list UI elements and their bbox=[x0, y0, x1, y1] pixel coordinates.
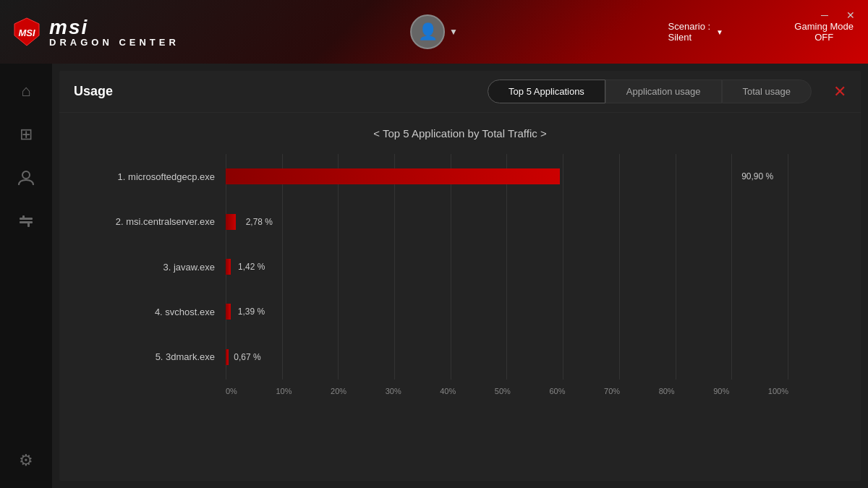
gaming-mode-area[interactable]: Gaming Mode OFF bbox=[794, 21, 854, 43]
bar-row: 5. 3dmark.exe 0,67 % bbox=[81, 349, 839, 365]
tab-total-usage[interactable]: Total usage bbox=[722, 80, 812, 103]
x-axis-label: 40% bbox=[440, 387, 456, 395]
x-axis-label: 70% bbox=[604, 387, 620, 395]
svg-rect-4 bbox=[20, 221, 33, 223]
bar-fill bbox=[226, 259, 231, 275]
logo-msi-text: msi bbox=[49, 17, 179, 38]
bar-label: 5. 3dmark.exe bbox=[81, 351, 226, 362]
x-axis-label: 90% bbox=[713, 387, 729, 395]
msi-shield-icon: MSI bbox=[12, 17, 42, 47]
title-bar: ─ ✕ MSI msi DRAGON CENTER 👤 ▼ Scenario :… bbox=[0, 0, 868, 64]
user-icon bbox=[17, 168, 35, 187]
bar-row: 2. msi.centralserver.exe 2,78 % bbox=[81, 214, 839, 230]
main-layout: ⌂ ⊞ ⚙ Usage Top 5 Applicatio bbox=[0, 64, 868, 488]
tab-top5[interactable]: Top 5 Applications bbox=[488, 80, 605, 103]
bar-row: 3. javaw.exe 1,42 % bbox=[81, 259, 839, 275]
logo-dragon-text: DRAGON CENTER bbox=[49, 38, 179, 47]
sidebar-item-tools[interactable] bbox=[0, 201, 52, 241]
bar-fill bbox=[226, 349, 229, 365]
svg-rect-3 bbox=[20, 218, 33, 220]
tab-app-usage[interactable]: Application usage bbox=[605, 80, 722, 103]
bar-fill bbox=[226, 304, 231, 320]
content-area: Usage Top 5 Applications Application usa… bbox=[52, 64, 868, 488]
x-axis-label: 20% bbox=[331, 387, 346, 395]
bar-value: 1,39 % bbox=[238, 307, 265, 317]
bar-value: 90,90 % bbox=[741, 171, 773, 181]
bar-value: 2,78 % bbox=[246, 217, 273, 227]
panel-title: Usage bbox=[74, 84, 113, 99]
bar-row: 1. microsoftedgecp.exe 90,90 % bbox=[81, 168, 839, 184]
user-chevron-icon: ▼ bbox=[449, 27, 458, 37]
svg-text:MSI: MSI bbox=[18, 27, 35, 38]
logo-area: MSI msi DRAGON CENTER bbox=[12, 17, 179, 47]
usage-panel: Usage Top 5 Applications Application usa… bbox=[59, 71, 861, 481]
chart-body: 1. microsoftedgecp.exe 90,90 % 2. msi.ce… bbox=[81, 154, 839, 466]
bar-fill bbox=[226, 168, 560, 184]
bar-label: 3. javaw.exe bbox=[81, 262, 226, 273]
sidebar-item-user[interactable] bbox=[0, 158, 52, 198]
chart-container: < Top 5 Application by Total Traffic > 1… bbox=[59, 113, 861, 481]
sidebar-item-home[interactable]: ⌂ bbox=[0, 71, 52, 111]
scenario-value: Silent bbox=[668, 32, 711, 43]
logo-text: msi DRAGON CENTER bbox=[49, 17, 179, 47]
svg-rect-5 bbox=[22, 215, 25, 220]
sidebar: ⌂ ⊞ ⚙ bbox=[0, 64, 52, 488]
bar-value: 1,42 % bbox=[238, 262, 265, 272]
panel-header: Usage Top 5 Applications Application usa… bbox=[59, 71, 861, 113]
bar-row: 4. svchost.exe 1,39 % bbox=[81, 304, 839, 320]
scenario-area[interactable]: Scenario : Silent ▼ bbox=[668, 21, 723, 43]
user-area[interactable]: 👤 ▼ bbox=[410, 14, 458, 49]
scenario-label: Scenario : bbox=[668, 21, 711, 32]
svg-point-2 bbox=[22, 171, 30, 179]
bar-label: 1. microsoftedgecp.exe bbox=[81, 171, 226, 182]
chart-title: < Top 5 Application by Total Traffic > bbox=[81, 127, 839, 140]
gaming-mode-label: Gaming Mode bbox=[794, 21, 854, 32]
x-axis-label: 10% bbox=[276, 387, 292, 395]
gaming-mode-value: OFF bbox=[794, 32, 854, 43]
tools-icon bbox=[17, 212, 35, 231]
bar-label: 4. svchost.exe bbox=[81, 307, 226, 317]
panel-close-button[interactable]: ✕ bbox=[833, 84, 846, 100]
x-axis-label: 100% bbox=[768, 387, 788, 395]
avatar: 👤 bbox=[410, 14, 445, 49]
scenario-chevron-icon: ▼ bbox=[716, 28, 723, 36]
x-axis-label: 50% bbox=[495, 387, 511, 395]
svg-rect-6 bbox=[27, 223, 30, 227]
bar-label: 2. msi.centralserver.exe bbox=[81, 216, 226, 227]
sidebar-item-settings[interactable]: ⚙ bbox=[0, 440, 52, 481]
bar-value: 0,67 % bbox=[234, 352, 260, 362]
x-axis-label: 60% bbox=[549, 387, 565, 395]
sidebar-item-dashboard[interactable]: ⊞ bbox=[0, 114, 52, 155]
bar-fill bbox=[226, 214, 236, 230]
tabs-container: Top 5 Applications Application usage Tot… bbox=[488, 80, 812, 103]
x-axis-label: 30% bbox=[386, 387, 401, 395]
x-axis-label: 0% bbox=[226, 387, 237, 395]
x-axis-label: 80% bbox=[659, 387, 675, 395]
